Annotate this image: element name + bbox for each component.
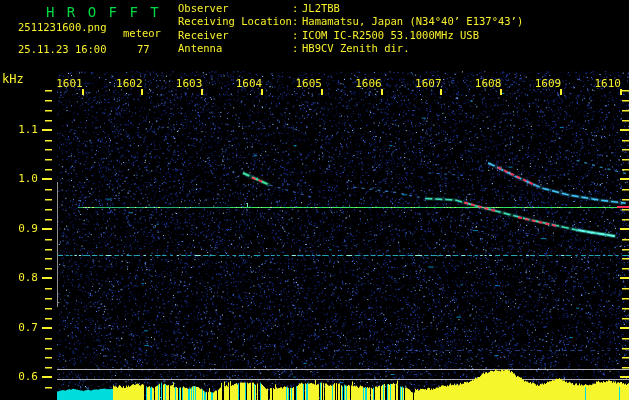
info-label: Receiver — [178, 29, 292, 42]
freq-tick-label: 1.1 — [0, 124, 38, 136]
info-separator: : — [292, 15, 302, 28]
info-row: Antenna:HB9CV Zenith dir. — [178, 42, 523, 55]
time-tick-label: 1602 — [111, 78, 147, 90]
spectrogram-canvas — [0, 0, 629, 400]
freq-tick-label: 0.6 — [0, 371, 38, 383]
mode-label: meteor — [123, 27, 161, 39]
info-row: Receiving Location:Hamamatsu, Japan (N34… — [178, 15, 523, 28]
info-label: Receiving Location — [178, 15, 292, 28]
time-tick-label: 1606 — [351, 78, 387, 90]
filename-label: 2511231600.png — [18, 21, 107, 33]
info-row: Observer:JL2TBB — [178, 2, 523, 15]
info-value: HB9CV Zenith dir. — [302, 42, 409, 54]
freq-tick-label: 0.8 — [0, 272, 38, 284]
time-tick-label: 1603 — [171, 78, 207, 90]
info-value: Hamamatsu, Japan (N34°40’ E137°43’) — [302, 15, 523, 27]
time-tick-label: 1610 — [590, 78, 626, 90]
info-separator: : — [292, 42, 302, 55]
time-tick-label: 1608 — [470, 78, 506, 90]
freq-tick-label: 1.0 — [0, 173, 38, 185]
freq-tick-label: 0.9 — [0, 223, 38, 235]
info-value: ICOM IC-R2500 53.1000MHz USB — [302, 29, 479, 41]
echo-count: 77 — [137, 43, 150, 55]
info-separator: : — [292, 2, 302, 15]
time-tick-label: 1607 — [410, 78, 446, 90]
info-label: Antenna — [178, 42, 292, 55]
info-label: Observer — [178, 2, 292, 15]
info-row: Receiver:ICOM IC-R2500 53.1000MHz USB — [178, 29, 523, 42]
time-tick-label: 1609 — [530, 78, 566, 90]
time-tick-label: 1605 — [291, 78, 327, 90]
hrofft-screen: H R O F F T 2511231600.png meteor 25.11.… — [0, 0, 629, 400]
datetime-label: 25.11.23 16:00 — [18, 43, 107, 55]
time-tick-label: 1604 — [231, 78, 267, 90]
info-separator: : — [292, 29, 302, 42]
info-value: JL2TBB — [302, 2, 340, 14]
y-axis-unit: kHz — [2, 72, 24, 86]
time-tick-label: 1601 — [52, 78, 88, 90]
app-title: H R O F F T — [46, 4, 161, 20]
station-info-block: Observer:JL2TBBReceiving Location:Hamama… — [178, 2, 523, 56]
freq-tick-label: 0.7 — [0, 322, 38, 334]
